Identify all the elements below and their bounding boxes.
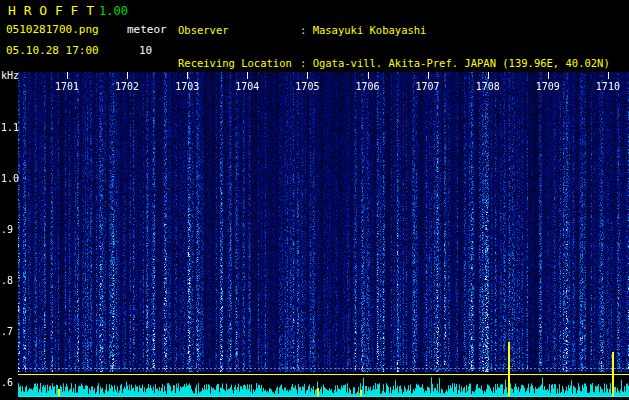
info-value: : Ogata-vill. Akita-Pref. JAPAN (139.96E… xyxy=(300,58,610,69)
info-label: Observer xyxy=(178,25,300,36)
info-row-observer: Observer: Masayuki Kobayashi xyxy=(178,25,610,36)
time-tick-label: 1710 xyxy=(594,81,622,92)
freq-tick-label: .8 xyxy=(1,275,16,286)
freq-tick-label: 1.0 xyxy=(1,173,16,184)
app-title: H R O F F T xyxy=(8,3,94,18)
mode-label: meteor xyxy=(127,23,167,36)
app-version: 1.00 xyxy=(99,4,128,18)
count-value: 10 xyxy=(139,44,152,57)
time-tick-label: 1703 xyxy=(173,81,201,92)
time-tick-label: 1702 xyxy=(113,81,141,92)
time-tick-label: 1706 xyxy=(354,81,382,92)
time-tick-label: 1704 xyxy=(233,81,261,92)
time-tick-label: 1708 xyxy=(474,81,502,92)
freq-tick-label: .6 xyxy=(1,377,16,388)
info-row-location: Receiving Location: Ogata-vill. Akita-Pr… xyxy=(178,58,610,69)
info-label: Receiving Location xyxy=(178,58,300,69)
time-tick-label: 1705 xyxy=(293,81,321,92)
time-tick-label: 1701 xyxy=(53,81,81,92)
freq-tick-label: 1.1 xyxy=(1,122,16,133)
hrofft-window: H R O F F T 1.00 0510281700.png meteor 0… xyxy=(0,0,629,400)
info-value: : Masayuki Kobayashi xyxy=(300,25,426,36)
observation-datetime: 05.10.28 17:00 xyxy=(6,44,99,57)
freq-tick-label: .7 xyxy=(1,326,16,337)
spectrogram-canvas xyxy=(18,72,629,400)
freq-tick-label: .9 xyxy=(1,224,16,235)
time-tick-label: 1707 xyxy=(414,81,442,92)
output-filename: 0510281700.png xyxy=(6,23,99,36)
y-axis-unit-label: kHz xyxy=(1,70,19,81)
time-tick-label: 1709 xyxy=(534,81,562,92)
